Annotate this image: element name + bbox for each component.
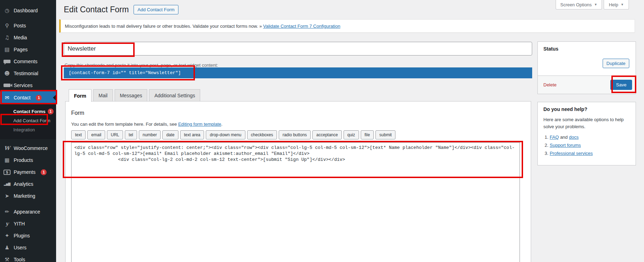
sidebar-item-label: YITH (14, 221, 25, 227)
save-button[interactable]: Save (610, 80, 632, 90)
help-link[interactable]: FAQ (550, 135, 559, 140)
notice-text: Misconfiguration leads to mail delivery … (65, 24, 262, 29)
products-icon: ▦ (4, 157, 11, 163)
validate-config-link[interactable]: Validate Contact Form 7 Configuration (263, 24, 340, 29)
tag-button-radio-buttons[interactable]: radio buttons (279, 130, 311, 139)
testimonial-icon: ☻ (4, 70, 11, 77)
sidebar-item-label: Payments (14, 169, 35, 175)
form-title-input[interactable] (64, 42, 532, 55)
tab-messages[interactable]: Messages (115, 89, 148, 101)
sidebar-item-label: Tools (14, 257, 25, 262)
sidebar-item-media[interactable]: ♫Media (0, 32, 56, 44)
tag-button-drop-down-menu[interactable]: drop-down menu (206, 130, 245, 139)
sidebar-item-woocommerce[interactable]: WWooCommerce (0, 142, 56, 154)
sidebar-item-label: Media (14, 35, 27, 40)
status-heading: Status (538, 42, 636, 54)
help-list-item: FAQ and docs (550, 135, 630, 140)
tag-button-quiz[interactable]: quiz (344, 130, 359, 139)
tag-button-date[interactable]: date (162, 130, 178, 139)
config-warning-notice: Misconfiguration leads to mail delivery … (59, 19, 635, 33)
submenu-item-integration[interactable]: Integration (0, 125, 56, 134)
submenu-item-label: Contact Forms (13, 109, 46, 114)
tab-mail[interactable]: Mail (93, 89, 113, 101)
sidebar-item-testimonial[interactable]: ☻Testimonial (0, 67, 56, 79)
form-panel-heading: Form (71, 110, 84, 116)
tag-button-submit[interactable]: submit (375, 130, 395, 139)
sidebar-item-label: Dashboard (14, 8, 38, 13)
sidebar-item-users[interactable]: ♟Users (0, 242, 56, 254)
sidebar-item-products[interactable]: ▦Products (0, 154, 56, 166)
services-icon (4, 84, 11, 87)
comments-icon (4, 60, 11, 63)
analytics-icon: ▂▅▇ (4, 182, 11, 186)
tag-button-text[interactable]: text (71, 130, 86, 139)
help-list-item: Professional services (550, 151, 630, 156)
unread-badge: 1 (48, 109, 54, 114)
sidebar-item-label: Contact (14, 95, 30, 100)
sidebar-item-label: Marketing (14, 193, 35, 199)
sidebar-item-pages[interactable]: ▤Pages (0, 44, 56, 55)
sidebar-item-dashboard[interactable]: ◷Dashboard (0, 5, 56, 17)
help-list: FAQ and docsSupport forumsProfessional s… (550, 135, 630, 156)
page-title: Edit Contact Form (64, 5, 129, 14)
status-metabox: Status Duplicate Delete Save (537, 41, 636, 94)
form-template-textarea[interactable]: <div class="row" style="justify-content:… (71, 142, 520, 262)
shortcode-bar[interactable]: [contact-form-7 id="" title="Newsletter"… (64, 67, 532, 78)
dashboard-icon: ◷ (4, 7, 11, 14)
sidebar-item-tools[interactable]: ⚒Tools (0, 254, 56, 262)
chevron-down-icon: ▼ (594, 3, 597, 6)
duplicate-button[interactable]: Duplicate (603, 59, 629, 68)
admin-sidebar: ◷Dashboard⚲Posts♫Media▤PagesComments☻Tes… (0, 0, 56, 262)
sidebar-item-payments[interactable]: $Payments1 (0, 166, 56, 178)
sidebar-item-yith[interactable]: yYITH (0, 218, 56, 230)
sidebar-item-plugins[interactable]: ✦Plugins (0, 230, 56, 242)
contact-icon: ✉ (4, 94, 11, 101)
sidebar-item-posts[interactable]: ⚲Posts (0, 20, 56, 32)
tag-button-url[interactable]: URL (107, 130, 123, 139)
sidebar-menu: ◷Dashboard⚲Posts♫Media▤PagesComments☻Tes… (0, 0, 56, 262)
help-metabox: Do you need help? Here are some availabl… (537, 102, 636, 165)
active-menu-arrow (50, 94, 56, 101)
submenu-item-add-contact-form[interactable]: Add Contact Form (0, 116, 56, 125)
form-panel: Form You can edit the form template here… (65, 101, 531, 262)
help-list-item: Support forums (550, 143, 630, 148)
help-button[interactable]: Help ▼ (604, 0, 629, 9)
help-link[interactable]: Support forums (550, 143, 581, 148)
tag-button-text-area[interactable]: text area (180, 130, 204, 139)
tag-button-acceptance[interactable]: acceptance (312, 130, 341, 139)
sidebar-item-appearance[interactable]: ✏Appearance (0, 206, 56, 218)
sidebar-item-label: Pages (14, 47, 28, 52)
help-link[interactable]: Professional services (550, 151, 593, 156)
sidebar-item-label: Posts (14, 23, 26, 28)
form-panel-description: You can edit the form template here. For… (71, 122, 223, 127)
submenu-item-contact-forms[interactable]: Contact Forms1 (0, 107, 56, 116)
sidebar-item-marketing[interactable]: ➤Marketing (0, 190, 56, 202)
tag-button-file[interactable]: file (361, 130, 374, 139)
tag-button-email[interactable]: email (87, 130, 105, 139)
tab-form[interactable]: Form (69, 89, 91, 102)
submenu-item-label: Add Contact Form (13, 118, 50, 123)
tag-button-number[interactable]: number (139, 130, 161, 139)
tag-button-checkboxes[interactable]: checkboxes (247, 130, 277, 139)
screen-options-button[interactable]: Screen Options ▼ (556, 0, 602, 9)
sidebar-item-label: Services (14, 83, 33, 88)
sidebar-item-analytics[interactable]: ▂▅▇Analytics (0, 178, 56, 190)
sidebar-item-label: Plugins (14, 233, 30, 238)
help-heading: Do you need help? (538, 102, 636, 114)
sidebar-item-contact[interactable]: ✉Contact1 (0, 91, 56, 104)
status-footer: Delete Save (538, 76, 636, 94)
shortcode-value: [contact-form-7 id="" title="Newsletter"… (69, 70, 181, 76)
tab-additional-settings[interactable]: Additional Settings (149, 89, 200, 101)
delete-link[interactable]: Delete (543, 82, 557, 87)
sidebar-item-label: Products (14, 157, 33, 163)
sidebar-item-comments[interactable]: Comments (0, 55, 56, 67)
sidebar-item-label: Users (14, 245, 27, 250)
help-link[interactable]: docs (569, 135, 578, 140)
contact-submenu: Contact Forms1Add Contact FormIntegratio… (0, 104, 56, 139)
editing-form-template-link[interactable]: Editing form template (178, 122, 221, 127)
sidebar-item-services[interactable]: Services (0, 79, 56, 91)
help-label: Help (609, 2, 618, 7)
tag-button-tel[interactable]: tel (125, 130, 137, 139)
woocommerce-icon: W (4, 145, 11, 151)
add-contact-form-button[interactable]: Add Contact Form (134, 5, 178, 14)
